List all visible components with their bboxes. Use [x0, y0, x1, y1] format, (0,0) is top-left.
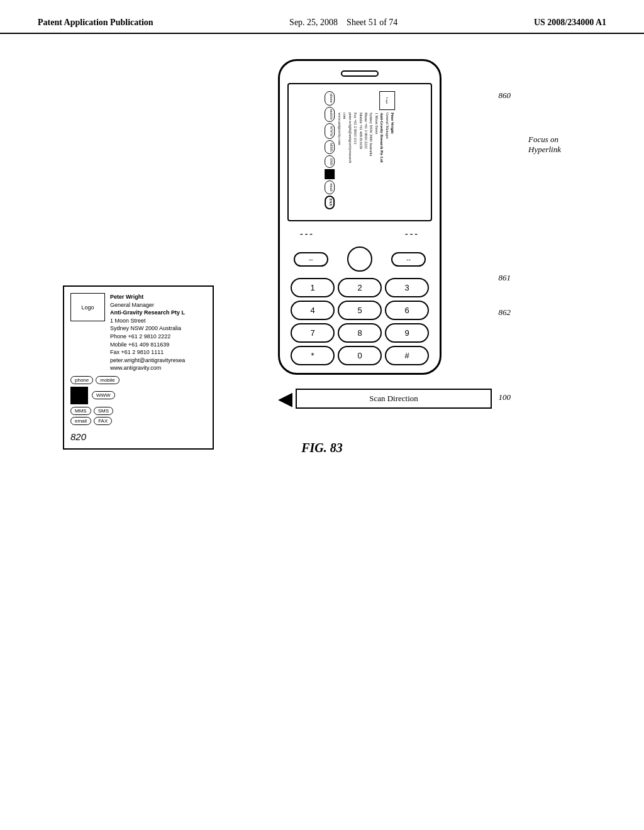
ref-100: 100 [499, 392, 511, 402]
patent-header: Patent Application Publication Sep. 25, … [0, 0, 644, 34]
scan-arrow-icon: ◀ [278, 387, 292, 409]
key-0[interactable]: 0 [338, 346, 382, 365]
screen-email2: com [342, 113, 347, 163]
screen-rotated-card: Logo Peter Wright General Manager Anti-G… [325, 91, 395, 211]
biz-card-top: Logo Peter Wright General Manager Anti-G… [70, 293, 206, 372]
phone-nav: --- --- [287, 226, 432, 241]
nav-dash-left: --- [300, 229, 314, 239]
phone-screen: Logo Peter Wright General Manager Anti-G… [287, 83, 432, 221]
screen-name: Peter Wright [390, 113, 395, 163]
biz-qr-code [70, 387, 88, 404]
biz-btn-mobile[interactable]: mobile [96, 376, 119, 384]
middle-btn-left[interactable]: -- [294, 252, 328, 267]
screen-btn-www[interactable]: WWW [325, 123, 335, 139]
biz-logo-box: Logo [70, 293, 105, 321]
screen-text-right: Peter Wright General Manager Anti-Gravit… [337, 113, 395, 163]
biz-bottom-tags2: email FAX [70, 417, 206, 425]
biz-btn-phone[interactable]: phone [70, 376, 93, 384]
biz-btn-mms[interactable]: MMS [70, 407, 91, 415]
biz-title: General Manager [110, 301, 185, 309]
phone-diagram: Focus onHyperlink 860 861 862 100 [278, 59, 441, 375]
keypad: 1 2 3 4 5 6 7 8 9 * 0 # [287, 278, 432, 365]
screen-address: 1 Moon Street [374, 113, 379, 163]
screen-logo-row: Logo Peter Wright General Manager Anti-G… [337, 91, 395, 211]
screen-title: General Manager [384, 113, 389, 163]
phone-middle-row: -- -- [287, 245, 432, 273]
middle-btn-center[interactable] [347, 246, 372, 272]
nav-dash-right: --- [405, 229, 419, 239]
biz-phone: Phone +61 2 9810 2222 [110, 333, 185, 341]
biz-btn-fax[interactable]: FAX [94, 417, 112, 425]
middle-btn-right[interactable]: -- [391, 252, 426, 267]
focus-hyperlink-label: Focus onHyperlink [528, 135, 561, 155]
screen-btn-email[interactable]: email [325, 180, 335, 194]
phone-body: Logo Peter Wright General Manager Anti-G… [278, 59, 441, 375]
biz-btn-sms[interactable]: SMS [94, 407, 113, 415]
ref-860: 860 [499, 91, 511, 101]
screen-btn-phone[interactable]: phone [325, 91, 335, 106]
key-hash[interactable]: # [385, 346, 429, 365]
screen-website: www.antigravity.com [337, 113, 342, 163]
biz-fax: Fax +61 2 9810 1111 [110, 348, 185, 357]
biz-btn-www[interactable]: WWW [92, 391, 115, 399]
screen-fax: Fax +61 2 9810 1111 [353, 113, 358, 163]
screen-email: peter.wright@antigravityresearch [348, 113, 353, 163]
key-9[interactable]: 9 [385, 323, 429, 343]
scan-direction-container: ◀ Scan Direction [278, 387, 492, 409]
screen-buttons: phone mobile WWW MMS SMS email FAX [325, 91, 335, 211]
biz-email: peter.wright@antigravityresea [110, 357, 185, 365]
key-star[interactable]: * [291, 346, 335, 365]
scan-direction-box: Scan Direction [296, 389, 492, 409]
figure-area: Logo Peter Wright General Manager Anti-G… [38, 59, 606, 409]
key-6[interactable]: 6 [385, 301, 429, 320]
header-date: Sep. 25, 2008 [289, 18, 338, 27]
screen-company: Anti-Gravity Research Pty Ltd [379, 113, 384, 163]
biz-buttons-top: phone mobile [70, 376, 206, 384]
biz-address: 1 Moon Street [110, 317, 185, 325]
header-sheet: Sheet 51 of 74 [347, 18, 397, 27]
biz-btn-email[interactable]: email [70, 417, 91, 425]
biz-city: Sydney NSW 2000 Australia [110, 324, 185, 333]
biz-bottom-tags: MMS SMS [70, 407, 206, 415]
header-left: Patent Application Publication [38, 18, 153, 28]
screen-btn-fax-focused[interactable]: FAX [325, 196, 335, 209]
screen-btn-sms[interactable]: SMS [325, 155, 335, 168]
screen-btn-mms[interactable]: MMS [325, 140, 335, 154]
header-right: US 2008/234000 A1 [534, 18, 606, 28]
screen-logo: Logo [379, 91, 395, 110]
biz-card-info: Peter Wright General Manager Anti-Gravit… [110, 293, 185, 372]
key-1[interactable]: 1 [291, 278, 335, 297]
screen-city: Sydney NSW 2000 Australia [369, 113, 374, 163]
ref-820: 820 [70, 431, 206, 442]
screen-content: Logo Peter Wright General Manager Anti-G… [292, 88, 427, 214]
screen-phone: Phone +61 2 9810 2222 [364, 113, 369, 163]
biz-mobile: Mobile +61 409 811639 [110, 341, 185, 349]
ref-861: 861 [499, 273, 511, 283]
biz-card-diagram: Logo Peter Wright General Manager Anti-G… [63, 285, 214, 450]
ref-862: 862 [499, 307, 511, 318]
header-center: Sep. 25, 2008 Sheet 51 of 74 [289, 18, 397, 28]
screen-qr [325, 169, 335, 179]
key-5[interactable]: 5 [338, 301, 382, 320]
key-8[interactable]: 8 [338, 323, 382, 343]
biz-website: www.antigravity.com [110, 364, 185, 372]
biz-img-row: WWW [70, 387, 206, 404]
key-7[interactable]: 7 [291, 323, 335, 343]
screen-btn-mobile[interactable]: mobile [325, 107, 335, 123]
key-4[interactable]: 4 [291, 301, 335, 320]
key-3[interactable]: 3 [385, 278, 429, 297]
key-2[interactable]: 2 [338, 278, 382, 297]
main-content: Logo Peter Wright General Manager Anti-G… [0, 34, 644, 814]
biz-company: Anti-Gravity Research Pty L [110, 309, 185, 317]
biz-name: Peter Wright [110, 293, 185, 301]
screen-biz-info: Logo Peter Wright General Manager Anti-G… [325, 91, 395, 211]
phone-speaker [341, 70, 379, 77]
screen-mobile: Mobile +61 409 811639 [358, 113, 363, 163]
